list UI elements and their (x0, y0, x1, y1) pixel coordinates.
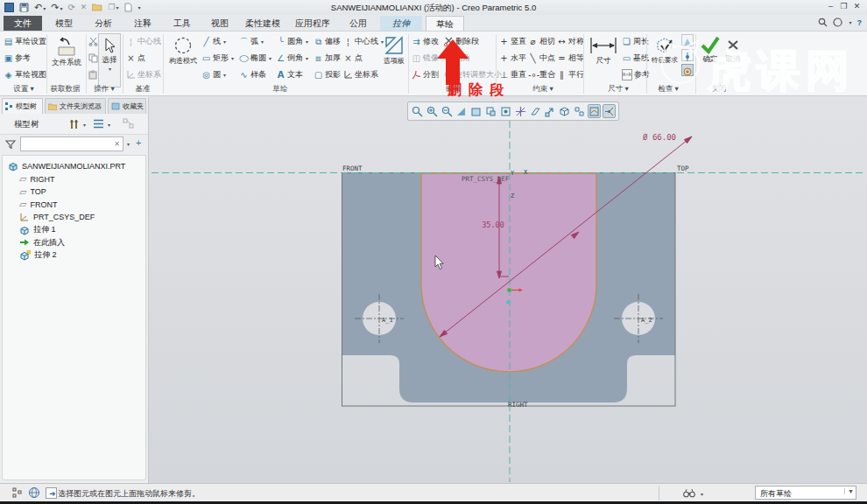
tab-view[interactable]: 视图 (202, 16, 237, 31)
tree-item-front[interactable]: ▱ FRONT (19, 199, 57, 211)
clear-filter-icon[interactable]: ✕ (114, 140, 120, 148)
sketch-view-button[interactable]: ◈草绘视图 (4, 68, 46, 81)
tab-flexible-modeling[interactable]: 柔性建模 (239, 16, 286, 31)
constraint-equal-button[interactable]: =相等 (557, 52, 584, 65)
tree-list-icon[interactable] (93, 118, 104, 130)
zoom-out-icon[interactable] (441, 104, 454, 118)
feature-requirements-button[interactable]: 特征要求 (648, 35, 681, 65)
palette-button[interactable]: 选项板 (382, 35, 406, 66)
project-button[interactable]: ▢投影 (314, 68, 341, 81)
annotation-display-icon[interactable] (529, 104, 542, 118)
csys-button[interactable]: 坐标系 (343, 68, 378, 81)
group-dimension[interactable]: 尺寸 ▾ (600, 84, 637, 94)
tree-link-icon[interactable] (123, 118, 135, 130)
tree-tools-dropdown-icon[interactable]: ▾ (83, 122, 86, 128)
tab-folder-browser[interactable]: 文件夹浏览器 (45, 98, 106, 114)
group-setup[interactable]: 设置 ▾ (2, 84, 46, 94)
filter-add-icon[interactable]: + (136, 137, 141, 148)
tab-tools[interactable]: 工具 (164, 16, 201, 31)
sketch-display-icon[interactable] (588, 104, 601, 118)
spline-button[interactable]: ∿样条 (239, 68, 266, 81)
text-button[interactable]: A文本 (276, 68, 303, 81)
constraint-display-icon[interactable] (573, 104, 586, 118)
status-globe-icon[interactable] (28, 486, 40, 499)
saved-orientations-icon[interactable] (484, 104, 497, 118)
tab-annotate[interactable]: 注释 (124, 16, 161, 31)
origin-point[interactable] (508, 289, 511, 292)
ok-button[interactable]: 确定 (698, 35, 722, 65)
zoom-in-icon[interactable] (426, 104, 439, 118)
find-icon[interactable] (683, 487, 696, 499)
filter-icon[interactable] (4, 138, 17, 150)
constraint-tangent-button[interactable]: ⌀相切 (528, 35, 555, 48)
datum-display-icon[interactable] (514, 104, 527, 118)
status-tree-icon[interactable] (12, 487, 23, 499)
references-button[interactable]: ▣参考 (4, 52, 31, 65)
cancel-button[interactable]: 取消 (722, 35, 744, 65)
copy-icon[interactable] (88, 52, 98, 65)
vertex-marker[interactable] (507, 301, 511, 304)
sketch-orientation-icon[interactable] (603, 104, 616, 118)
command-search-icon[interactable] (833, 18, 842, 27)
tab-common[interactable]: 公用 (340, 16, 377, 31)
offset-button[interactable]: ⧉偏移 (314, 35, 341, 48)
tree-item-insert-here[interactable]: 在此插入 (19, 236, 65, 248)
constraint-midpoint-button[interactable]: ╲中点 (528, 52, 555, 65)
tab-favorites[interactable]: 收藏夹 (108, 98, 146, 114)
maximize-button[interactable]: ❐ (837, 2, 850, 10)
minimize-button[interactable]: – (824, 2, 837, 10)
constraint-horizontal-button[interactable]: +水平 (499, 52, 526, 65)
dimension-button[interactable]: 尺寸 (589, 35, 618, 66)
datum-csys-button[interactable]: 坐标系 (126, 68, 161, 81)
view-manager-icon[interactable] (499, 104, 512, 118)
tab-model-tree[interactable]: 模型树 (2, 98, 43, 114)
filter-combobox[interactable]: 所有草绘 ▼ (755, 486, 856, 500)
filter-dropdown-icon[interactable]: ▾ (127, 141, 130, 147)
perimeter-button[interactable]: ❏周长 (622, 35, 649, 48)
shade-closed-loops-button[interactable] (681, 34, 694, 46)
tab-applications[interactable]: 应用程序 (288, 16, 337, 31)
chamfer-button[interactable]: ∠倒角▾ (276, 52, 308, 65)
tab-model[interactable]: 模型 (46, 16, 82, 31)
tab-analysis[interactable]: 分析 (85, 16, 122, 31)
thicken-button[interactable]: ⧈加厚 (314, 52, 341, 65)
3d-box-icon[interactable] (558, 104, 571, 118)
select-button[interactable]: 选择 ▾ (98, 33, 121, 88)
ellipse-button[interactable]: ◯椭圆▾ (239, 52, 271, 65)
repaint-icon[interactable] (455, 104, 468, 118)
fillet-button[interactable]: ╰圆角▾ (276, 35, 308, 48)
display-style-icon[interactable] (469, 104, 483, 118)
help-icon[interactable]: ? (857, 18, 863, 27)
constraint-perpendicular-button[interactable]: ⊥垂直 (499, 68, 526, 81)
tree-item-top[interactable]: ▱ TOP (19, 186, 46, 198)
circle-button[interactable]: ◎圆▾ (201, 68, 226, 81)
tree-item-part[interactable]: SANWEIJIANMOLIANXI.PRT (8, 160, 125, 172)
tree-item-right[interactable]: ▱ RIGHT (19, 173, 54, 186)
tree-list-dropdown-icon[interactable]: ▾ (108, 122, 110, 128)
construction-mode-button[interactable]: 构造模式 (166, 35, 201, 66)
tree-filter-input[interactable]: ✕ (20, 136, 123, 151)
overlapping-geometry-button[interactable] (681, 64, 694, 76)
file-system-button[interactable]: 文件系统 (49, 35, 84, 68)
point-button[interactable]: ×点 (343, 52, 363, 65)
baseline-button[interactable]: ▭基线 (622, 52, 649, 65)
tree-item-csys[interactable]: PRT_CSYS_DEF (19, 211, 95, 223)
find-dropdown-icon[interactable]: ▾ (701, 491, 703, 497)
combo-arrow-icon[interactable]: ▼ (844, 488, 854, 494)
dim-diameter-label[interactable]: Ø 66.00 (643, 133, 676, 142)
arc-button[interactable]: ⌒弧▾ (239, 35, 264, 48)
tab-extrude[interactable]: 拉伸 (380, 16, 422, 31)
chevron-down-icon[interactable]: ▾ (849, 19, 851, 25)
search-icon[interactable] (818, 18, 828, 27)
paste-icon[interactable] (88, 68, 98, 81)
close-button[interactable]: ✕ (850, 2, 863, 10)
tab-sketch[interactable]: 草绘 (426, 16, 464, 31)
sketch-section[interactable] (421, 173, 596, 372)
rectangle-button[interactable]: ▭矩形▾ (201, 52, 234, 65)
line-button[interactable]: ╱线▾ (201, 35, 226, 48)
tab-file[interactable]: 文件 (4, 16, 42, 31)
dim-35-label[interactable]: 35.00 (482, 220, 504, 229)
group-inspect[interactable]: 检查 ▾ (650, 84, 687, 94)
zoom-fit-icon[interactable] (411, 104, 424, 118)
datum-point-button[interactable]: ×点 (126, 52, 145, 65)
